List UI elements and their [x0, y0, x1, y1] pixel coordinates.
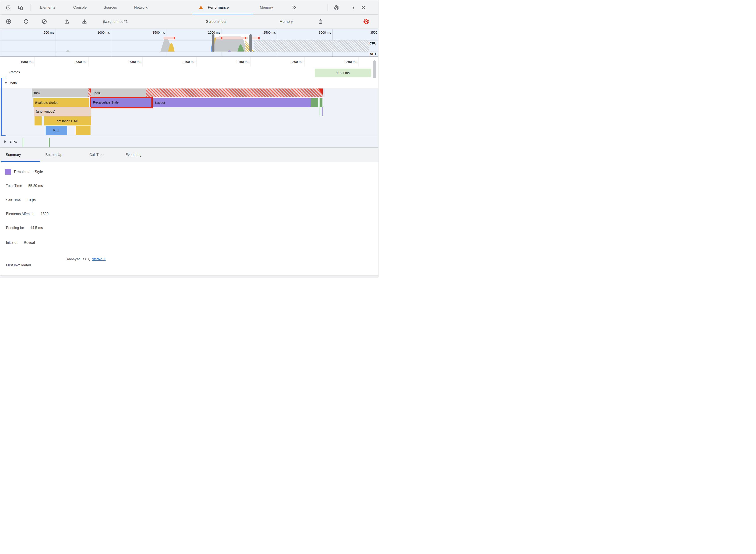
cpu-hatch-idle [254, 41, 369, 52]
tab-memory[interactable]: Memory [260, 0, 273, 14]
ruler-tick-2150: 2150 ms [225, 57, 249, 67]
first-invalidated-label: First Invalidated [6, 263, 31, 267]
flame-bar-paint[interactable] [311, 98, 318, 107]
selection-handle-right[interactable] [250, 34, 252, 52]
ruler-tick-1950: 1950 ms [9, 57, 33, 67]
ruler-tick-2200: 2200 ms [279, 57, 303, 67]
track-selection-bracket-cap [1, 135, 5, 135]
total-time-row: Total Time55.20 ms [6, 184, 43, 188]
session-select[interactable]: jlwagner.net #1 [103, 15, 128, 29]
tab-sources[interactable]: Sources [104, 0, 117, 14]
kebab-menu-icon[interactable] [351, 5, 356, 10]
gpu-activity-bar [22, 138, 23, 147]
long-task-marker [252, 37, 260, 39]
main-track-label[interactable]: Main [9, 78, 17, 88]
tab-bottom-up[interactable]: Bottom-Up [45, 148, 62, 162]
ruler-tick-2050: 2050 ms [117, 57, 141, 67]
flame-bar-render-sliver[interactable] [322, 107, 323, 116]
tab-performance[interactable]: Performance [208, 0, 229, 14]
clear-icon[interactable] [41, 18, 47, 24]
long-task-tick [258, 37, 260, 39]
flame-bar-task-sliver[interactable] [324, 89, 324, 97]
record-icon[interactable] [6, 18, 11, 24]
tab-console[interactable]: Console [73, 0, 87, 14]
settings-gear-icon[interactable] [333, 5, 339, 10]
first-invalidated-label-text: First Invalidated [6, 263, 31, 267]
tab-network[interactable]: Network [134, 0, 148, 14]
device-toolbar-icon[interactable] [18, 5, 23, 10]
flame-bar-task-1-overrun[interactable] [88, 89, 91, 97]
pending-for-row: Pending for14.5 ms [6, 226, 43, 230]
initiator-reveal-link[interactable]: Reveal [24, 241, 35, 244]
upload-profile-icon[interactable] [64, 18, 69, 24]
details-tabbar: Summary Bottom-Up Call Tree Event Log [0, 147, 378, 162]
first-invalidated-source-link[interactable]: VM262:1 [92, 257, 106, 261]
long-task-marker [164, 37, 175, 39]
total-time-label: Total Time [6, 184, 22, 187]
screenshots-label[interactable]: Screenshots [206, 15, 226, 29]
initiator-row: InitiatorReveal [6, 241, 35, 245]
performance-toolbar: jlwagner.net #1 Screenshots Memory [0, 15, 378, 29]
track-selection-bracket [1, 78, 2, 135]
flame-bar-evaluate-script[interactable]: Evaluate Script [34, 98, 89, 107]
main-track-header[interactable]: Main [0, 78, 378, 88]
long-task-tick [174, 37, 175, 39]
self-time-row: Self Time19 µs [6, 198, 36, 202]
reload-record-icon[interactable] [23, 18, 29, 24]
timeline-overview[interactable]: 500 ms 1000 ms 1500 ms 2000 ms 2500 ms 3… [0, 29, 378, 57]
self-time-value: 19 µs [27, 198, 36, 202]
tab-call-tree[interactable]: Call Tree [90, 148, 104, 162]
flame-bar-task-1[interactable]: Task [32, 89, 88, 97]
flame-bar-script-small-2[interactable] [76, 126, 91, 135]
active-details-tab-underline [1, 161, 40, 162]
capture-settings-gear-icon[interactable] [363, 18, 369, 25]
summary-pane: Recalculate Style Total Time55.20 ms Sel… [0, 162, 378, 275]
long-task-tick [221, 37, 222, 39]
elements-affected-row: Elements Affected1520 [6, 212, 49, 216]
flame-bar-layout[interactable]: Layout [153, 98, 311, 107]
more-tabs-icon[interactable] [291, 5, 297, 10]
main-expander-icon[interactable] [4, 81, 7, 84]
tab-event-log[interactable]: Event Log [125, 148, 142, 162]
flame-bar-parse-html[interactable]: P...L [46, 126, 67, 135]
flame-bar-paint[interactable] [320, 98, 322, 107]
track-selection-bracket-cap [1, 78, 5, 78]
flame-bar-task-2-overrun[interactable] [146, 89, 323, 97]
first-invalidated-frame: (anonymous) @ [65, 257, 92, 261]
elements-affected-value: 1520 [41, 212, 49, 216]
pending-for-value: 14.5 ms [30, 226, 43, 230]
net-strip-label: NET [370, 52, 376, 56]
event-color-swatch [5, 169, 11, 175]
long-task-corner [88, 89, 91, 93]
window-bottom-strip [0, 275, 378, 277]
memory-label[interactable]: Memory [279, 15, 293, 29]
tabbar-separator [31, 4, 31, 11]
flame-bar-task-2[interactable]: Task [92, 89, 146, 97]
trash-icon[interactable] [317, 18, 324, 24]
frame-duration-badge[interactable]: 116.7 ms [315, 69, 371, 77]
event-title: Recalculate Style [14, 169, 43, 175]
flame-bar-set-innerhtml[interactable]: set innerHTML [44, 116, 91, 125]
ruler-tick-2000: 2000 ms [63, 57, 87, 67]
devtools-tabbar: Elements Console Sources Network Perform… [0, 0, 378, 15]
tab-summary[interactable]: Summary [6, 148, 21, 162]
active-tab-underline [193, 14, 253, 15]
total-time-value: 55.20 ms [28, 184, 43, 187]
elements-affected-label: Elements Affected [6, 212, 35, 216]
flame-bar-script-small[interactable] [35, 116, 42, 125]
tab-elements[interactable]: Elements [40, 0, 55, 14]
flame-bar-anonymous[interactable]: (anonymous) [34, 107, 91, 116]
gpu-track-label[interactable]: GPU [10, 136, 17, 147]
download-profile-icon[interactable] [82, 18, 87, 24]
flame-bar-recalculate-style[interactable]: Recalculate Style [90, 97, 153, 108]
flame-bar-paint-sliver[interactable] [320, 107, 320, 116]
devtools-window: Elements Console Sources Network Perform… [0, 0, 378, 277]
long-task-marker [216, 37, 248, 39]
gpu-track[interactable]: GPU [0, 136, 378, 148]
selection-handle-left[interactable] [212, 34, 214, 52]
warning-icon [199, 5, 203, 9]
gpu-activity-bar [49, 138, 50, 147]
inspect-element-icon[interactable] [6, 5, 11, 10]
gpu-expander-icon[interactable] [4, 140, 6, 144]
close-icon[interactable] [361, 5, 366, 10]
